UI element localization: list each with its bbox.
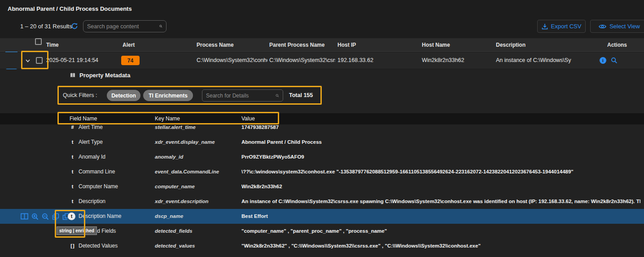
- meta-field-name: Command Line: [79, 164, 153, 179]
- export-csv-button[interactable]: Export CSV: [537, 20, 586, 33]
- meta-key-name: event_data.CommandLine: [155, 164, 239, 179]
- meta-key-name: detected_values: [155, 239, 239, 253]
- total-count: Total 155: [289, 89, 313, 102]
- col-alert-score[interactable]: Alert Score ↓: [123, 38, 125, 52]
- alert-score-badge: 74: [121, 56, 140, 65]
- info-icon[interactable]: i: [600, 57, 606, 64]
- meta-value: Win2k8r2n33h62: [241, 179, 640, 194]
- download-icon: [542, 23, 548, 30]
- meta-value: "Win2k8r2n33h62" , "C:\\Windows\\System3…: [241, 239, 640, 253]
- meta-field-name: Anomaly Id: [79, 150, 153, 164]
- table-row[interactable]: 2025-05-21 19:14:54 74 C:\Windows\System…: [0, 52, 644, 69]
- field-type-icon: t: [68, 194, 77, 209]
- meta-key-name: xdr_event.display_name: [155, 135, 239, 150]
- details-search[interactable]: [202, 89, 283, 102]
- col-process-name[interactable]: Process Name: [197, 38, 234, 52]
- field-type-icon: t: [68, 179, 77, 194]
- col-host-name[interactable]: Host Name: [422, 38, 450, 52]
- field-type-icon: t: [68, 150, 77, 164]
- metadata-row[interactable]: # Alert Time stellar.alert_time 17479382…: [0, 120, 644, 135]
- cell-parent-process-name: C:\Windows\System32\csrss.e: [269, 52, 335, 69]
- col-host-ip[interactable]: Host IP: [337, 38, 356, 52]
- meta-key-name: detected_fields: [155, 224, 239, 239]
- meta-value: "computer_name" , "parent_proc_name" , "…: [241, 224, 640, 239]
- cell-process-name: C:\Windows\System32\conho: [197, 52, 267, 69]
- split-columns-icon[interactable]: [21, 213, 28, 220]
- meta-key-name: anomaly_id: [155, 150, 239, 164]
- metadata-row[interactable]: t Description xdr_event.description An i…: [0, 194, 644, 209]
- search-icon: [276, 93, 279, 99]
- zoom-in-icon[interactable]: [31, 213, 39, 220]
- quick-filters-label: Quick Filters :: [63, 89, 97, 101]
- col-description[interactable]: Description: [496, 38, 526, 52]
- meta-field-name: Alert Time: [79, 120, 153, 135]
- page-search-input[interactable]: [87, 23, 159, 30]
- select-view-label: Select View: [609, 23, 640, 30]
- row-checkbox[interactable]: [36, 57, 43, 64]
- search-icon: [159, 23, 162, 30]
- field-type-icon: #: [68, 120, 77, 135]
- eye-icon: [599, 23, 606, 30]
- field-type-icon: t: [68, 135, 77, 150]
- col-parent-process-name[interactable]: Parent Process Name: [269, 38, 324, 52]
- page-search[interactable]: [83, 20, 166, 32]
- table-header: Time Alert Score ↓ Process Name Parent P…: [0, 38, 644, 52]
- metadata-row[interactable]: t Command Line event_data.CommandLine \?…: [0, 164, 644, 179]
- metadata-row[interactable]: t Anomaly Id anomaly_id PrrO9ZYBktzPWyo5…: [0, 150, 644, 164]
- page-title: Abnormal Parent / Child Process Document…: [8, 5, 132, 12]
- meta-value: Abnormal Parent / Child Process: [241, 135, 640, 150]
- collapse-row-icon[interactable]: [25, 58, 31, 64]
- zoom-out-icon[interactable]: [42, 213, 49, 220]
- cell-host-ip: 192.168.33.62: [337, 52, 373, 69]
- metadata-row[interactable]: t Alert Type xdr_event.display_name Abno…: [0, 135, 644, 150]
- cell-time: 2025-05-21 19:14:54: [46, 52, 98, 69]
- cell-description: An instance of C:\Windows\Sy: [496, 52, 598, 69]
- meta-field-name: Detected Values: [79, 239, 153, 253]
- export-csv-label: Export CSV: [551, 23, 582, 30]
- meta-value: Best Effort: [241, 209, 640, 224]
- metadata-row[interactable]: t Description Name dscp_name Best Effort: [0, 209, 644, 224]
- col-time[interactable]: Time: [46, 38, 59, 52]
- book-icon: [70, 72, 76, 78]
- details-search-input[interactable]: [206, 93, 276, 99]
- meta-value: An instance of C:\Windows\System32\csrss…: [241, 194, 640, 209]
- meta-field-name: Description Name: [79, 209, 153, 224]
- meta-value: 1747938287587: [241, 120, 640, 135]
- meta-field-name: Alert Type: [79, 135, 153, 150]
- property-metadata-title: Property Metadata: [70, 70, 130, 80]
- metadata-row[interactable]: [ ] Detected Values detected_values "Win…: [0, 239, 644, 253]
- results-count: 1 – 20 of 31 Results: [20, 23, 72, 30]
- copy-icon[interactable]: [52, 213, 59, 220]
- field-type-icon: [ ]: [68, 239, 77, 253]
- meta-key-name: dscp_name: [155, 209, 239, 224]
- meta-field-name: Description: [79, 194, 153, 209]
- investigate-search-icon[interactable]: [611, 57, 618, 64]
- select-all-checkbox[interactable]: [35, 38, 42, 45]
- select-view-button[interactable]: Select View: [590, 20, 644, 33]
- filter-detection[interactable]: Detection: [107, 90, 140, 101]
- metadata-row[interactable]: t Computer Name computer_name Win2k8r2n3…: [0, 179, 644, 194]
- col-actions: Actions: [607, 38, 627, 52]
- cell-host-name: Win2k8r2n33h62: [422, 52, 464, 69]
- row-hover-toolbar: [21, 209, 70, 224]
- meta-key-name: computer_name: [155, 179, 239, 194]
- type-tooltip: string | enriched: [57, 226, 97, 235]
- filter-ti-enrichments[interactable]: TI Enrichments: [143, 90, 193, 101]
- row-actions: i: [600, 57, 618, 64]
- app-screen: Abnormal Parent / Child Process Document…: [0, 0, 644, 257]
- meta-key-name: stellar.alert_time: [155, 120, 239, 135]
- meta-key-name: xdr_event.description: [155, 194, 239, 209]
- meta-value: PrrO9ZYBktzPWyo5AFO9: [241, 150, 640, 164]
- field-type-icon: t: [68, 213, 75, 220]
- meta-field-name: Computer Name: [79, 179, 153, 194]
- refresh-icon[interactable]: [71, 22, 78, 30]
- field-type-icon: t: [68, 164, 77, 179]
- meta-value: \??\c:\windows\system32\conhost.exe "-13…: [241, 164, 640, 179]
